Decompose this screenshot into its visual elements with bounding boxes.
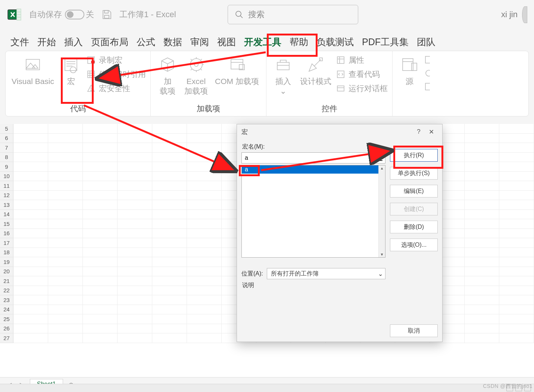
autosave: 自动保存 关 [29, 9, 94, 20]
group-controls: 插入⌄ 设计模式 属性 查看代码 运行对话框 [266, 51, 393, 116]
dialog-icon [336, 84, 346, 93]
options-button[interactable]: 选项(O)... [390, 239, 438, 251]
record-macro-button[interactable]: 录制宏 [85, 54, 147, 66]
group-xml: 源 [393, 51, 433, 116]
addins-button[interactable]: 加 载项 [154, 53, 181, 97]
xml-extra1[interactable] [423, 54, 430, 65]
row-header[interactable]: 14 [0, 210, 13, 220]
view-code-button[interactable]: 查看代码 [334, 68, 389, 80]
svg-line-33 [314, 59, 321, 66]
tab-formulas[interactable]: 公式 [137, 36, 155, 52]
row-header[interactable]: 17 [0, 238, 13, 248]
row-header[interactable]: 27 [0, 333, 13, 343]
row-header[interactable]: 5 [0, 124, 13, 134]
com-addins-button[interactable]: COM 加载项 [211, 53, 263, 87]
location-select[interactable]: 所有打开的工作簿 ⌄ [267, 268, 385, 279]
run-button[interactable]: 执行(R) [390, 149, 438, 162]
row-header[interactable]: 19 [0, 257, 13, 267]
macro-list-item-selected[interactable]: a [242, 165, 385, 174]
search-placeholder: 搜索 [248, 9, 265, 20]
addins-icon [157, 54, 178, 75]
row-header[interactable]: 25 [0, 314, 13, 324]
macro-list[interactable]: a ▲▼ [241, 165, 385, 258]
user-name[interactable]: xi jin [501, 10, 518, 19]
close-icon[interactable]: ✕ [425, 126, 438, 137]
macro-name-input[interactable] [241, 152, 376, 164]
relative-ref-button[interactable]: 使用相对引用 [85, 68, 147, 80]
avatar[interactable] [522, 6, 527, 23]
row-header[interactable]: 26 [0, 324, 13, 334]
tab-data[interactable]: 数据 [163, 36, 182, 52]
properties-button[interactable]: 属性 [334, 54, 389, 66]
svg-rect-28 [231, 59, 243, 69]
excel-addins-icon [186, 54, 207, 75]
search-bar[interactable]: 搜索 [228, 5, 358, 24]
row-header[interactable]: 18 [0, 248, 13, 258]
svg-rect-46 [425, 83, 430, 90]
dialog-titlebar[interactable]: 宏 ? ✕ [237, 124, 442, 139]
svg-point-22 [91, 90, 91, 91]
save-icon[interactable] [101, 9, 113, 21]
row-header[interactable]: 6 [0, 134, 13, 143]
tab-pdftools[interactable]: PDF工具集 [362, 36, 409, 52]
design-mode-button[interactable]: 设计模式 [297, 53, 334, 87]
macro-name-label: 宏名(M): [242, 143, 385, 151]
scrollbar[interactable]: ▲▼ [378, 165, 385, 257]
excel-addins-button[interactable]: Excel 加载项 [181, 53, 211, 97]
step-button[interactable]: 单步执行(S) [390, 167, 438, 180]
row-header[interactable]: 16 [0, 229, 13, 239]
tab-pagelayout[interactable]: 页面布局 [91, 36, 128, 52]
svg-point-26 [190, 59, 202, 71]
chevron-down-icon: ⌄ [378, 270, 383, 277]
insert-control-button[interactable]: 插入⌄ [269, 53, 297, 97]
ribbon: Visual Basic 宏 录制宏 使用相对引用 宏安全性 [5, 51, 529, 116]
cancel-button[interactable]: 取消 [390, 324, 438, 337]
xml-extra3[interactable] [423, 81, 430, 92]
row-header[interactable]: 10 [0, 172, 13, 181]
create-button: 创建(C) [390, 203, 438, 215]
row-header[interactable]: 21 [0, 276, 13, 286]
visual-basic-button[interactable]: Visual Basic [9, 53, 57, 87]
run-dialog-button[interactable]: 运行对话框 [334, 83, 389, 94]
autosave-toggle[interactable] [65, 10, 84, 19]
macro-jump-button[interactable] [376, 152, 385, 164]
help-icon[interactable]: ? [412, 126, 425, 137]
description-label: 说明 [242, 281, 385, 289]
svg-rect-10 [65, 59, 77, 71]
tab-review[interactable]: 审阅 [190, 36, 209, 52]
tab-insert[interactable]: 插入 [64, 36, 83, 52]
tab-team[interactable]: 团队 [417, 36, 435, 52]
row-header[interactable]: 7 [0, 143, 13, 153]
delete-button[interactable]: 删除(D) [390, 221, 438, 233]
titlebar: 自动保存 关 工作簿1 - Excel 搜索 xi jin [0, 0, 534, 29]
row-header[interactable]: 23 [0, 295, 13, 305]
row-header[interactable]: 8 [0, 153, 13, 162]
toolbox-icon [273, 54, 294, 75]
row-header[interactable]: 13 [0, 200, 13, 210]
svg-rect-43 [412, 63, 417, 71]
relative-icon [86, 69, 96, 79]
group-addins-label: 加载项 [197, 103, 220, 116]
row-header[interactable]: 9 [0, 162, 13, 172]
location-label: 位置(A): [241, 270, 263, 278]
row-headers: 5678910111213141516171819202122232425262… [0, 124, 13, 343]
design-icon [305, 54, 326, 75]
row-header[interactable]: 11 [0, 181, 13, 191]
edit-button[interactable]: 编辑(E) [390, 185, 438, 197]
row-header[interactable]: 15 [0, 219, 13, 229]
tab-file[interactable]: 文件 [10, 36, 29, 52]
row-header[interactable]: 20 [0, 267, 13, 277]
row-header[interactable]: 22 [0, 286, 13, 296]
macro-dialog: 宏 ? ✕ 宏名(M): a ▲▼ 位置(A): 所有打开的工作簿 ⌄ [237, 124, 443, 342]
macros-button[interactable]: 宏 [57, 53, 85, 87]
svg-rect-5 [104, 15, 109, 18]
macro-security-button[interactable]: 宏安全性 [85, 83, 147, 94]
row-header[interactable]: 12 [0, 191, 13, 200]
xml-extra2[interactable] [423, 68, 430, 79]
tab-loadtest[interactable]: 负载测试 [316, 36, 354, 52]
tab-home[interactable]: 开始 [37, 36, 56, 52]
source-button[interactable]: 源 [396, 53, 423, 87]
row-header[interactable]: 24 [0, 305, 13, 315]
tab-help[interactable]: 帮助 [290, 36, 308, 52]
tab-view[interactable]: 视图 [217, 36, 236, 52]
